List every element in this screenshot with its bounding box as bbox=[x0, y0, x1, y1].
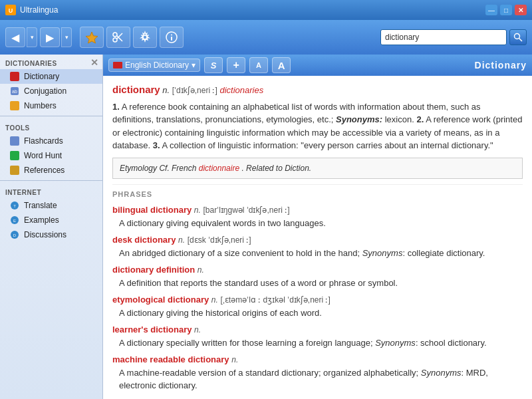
def-num-2: 2. bbox=[416, 114, 424, 124]
scissors-button[interactable] bbox=[106, 27, 130, 48]
forward-dropdown[interactable]: ▾ bbox=[61, 27, 72, 47]
sidebar-dict-label: Dictionary bbox=[24, 72, 59, 81]
sidebar-examples-label: Examples bbox=[24, 215, 59, 225]
svg-point-11 bbox=[515, 34, 520, 39]
phrase-word-etymological: etymological dictionary bbox=[112, 295, 209, 305]
sidebar-conj-label: Conjugation bbox=[24, 86, 66, 96]
maximize-button[interactable]: □ bbox=[500, 5, 512, 15]
divider-1 bbox=[0, 116, 102, 116]
dict-dropdown-arrow: ▾ bbox=[192, 61, 196, 70]
sidebar-references-label: References bbox=[24, 166, 65, 175]
phrase-pron-desk: [dɛsk ˈdɪkʃə,neri ː] bbox=[188, 235, 251, 245]
dictionary-content[interactable]: dictionary n. [ˈdɪkʃə,neri ː] dictionari… bbox=[103, 76, 532, 399]
spell-check-button[interactable]: S bbox=[204, 57, 223, 73]
translate-icon: T bbox=[9, 200, 20, 211]
sidebar-item-translate[interactable]: T Translate bbox=[0, 198, 102, 213]
add-button[interactable]: + bbox=[227, 57, 245, 73]
sidebar-item-conjugation[interactable]: ab Conjugation bbox=[0, 84, 102, 98]
phrase-def-machine: A machine-readable version of a standard… bbox=[119, 366, 523, 392]
sidebar-item-discussions[interactable]: D Discussions bbox=[0, 227, 102, 242]
sidebar-item-dictionary[interactable]: Dictionary bbox=[0, 69, 102, 84]
divider-2 bbox=[0, 180, 102, 181]
search-button[interactable] bbox=[509, 29, 527, 45]
svg-point-7 bbox=[143, 35, 147, 39]
examples-icon: E bbox=[9, 215, 20, 225]
phrase-pron-etymological: [ˌɛtəməˈlɑ ː dʒɪkəl ˈdɪkʃə,neri ː] bbox=[220, 295, 330, 305]
phrase-pos-learners: n. bbox=[194, 325, 201, 334]
phrase-definition: dictionary definition n. A definition th… bbox=[112, 263, 523, 289]
phrase-pos-etymological: n. bbox=[211, 295, 218, 305]
phrase-pos-machine: n. bbox=[231, 355, 238, 364]
wordhunt-icon bbox=[9, 150, 20, 161]
font-larger-button[interactable]: A bbox=[272, 57, 291, 73]
etymology-box: Etymology Cf. French dictionnaire . Rela… bbox=[112, 158, 523, 179]
titlebar: U Ultralingua — □ ✕ bbox=[0, 0, 532, 20]
nav-buttons: ◀ ▾ ▶ ▾ bbox=[5, 27, 72, 47]
etymology-word: dictionnaire bbox=[199, 164, 239, 173]
toolbar: ◀ ▾ ▶ ▾ bbox=[0, 20, 532, 55]
phrase-pos-bilingual: n. bbox=[194, 205, 201, 215]
titlebar-buttons: — □ ✕ bbox=[485, 5, 527, 15]
phrase-word-machine: machine readable dictionary bbox=[112, 354, 229, 364]
sidebar-item-flashcards[interactable]: Flashcards bbox=[0, 134, 102, 148]
main-entry: dictionary n. [ˈdɪkʃə,neri ː] dictionari… bbox=[112, 82, 523, 98]
def-num-3: 3. bbox=[153, 140, 160, 150]
sidebar: ✕ DICTIONARIES Dictionary ab Conjugation… bbox=[0, 55, 103, 399]
app-icon: U bbox=[5, 5, 16, 15]
phrase-word-desk: desk dictionary bbox=[112, 235, 176, 245]
search-input[interactable] bbox=[380, 29, 507, 45]
info-button[interactable] bbox=[160, 27, 184, 48]
etymology-label: Etymology bbox=[120, 164, 157, 173]
titlebar-left: U Ultralingua bbox=[5, 5, 58, 15]
phrase-desk: desk dictionary n. [dɛsk ˈdɪkʃə,neri ː] … bbox=[112, 233, 523, 259]
entry-headword: dictionary bbox=[112, 84, 160, 95]
svg-text:ab: ab bbox=[12, 89, 17, 94]
sidebar-close-button[interactable]: ✕ bbox=[89, 57, 100, 68]
settings-button[interactable] bbox=[133, 27, 157, 48]
entry-definitions: 1. A reference book containing an alphab… bbox=[112, 100, 523, 152]
search-area bbox=[380, 29, 527, 45]
sidebar-translate-label: Translate bbox=[24, 201, 57, 210]
font-smaller-button[interactable]: A bbox=[249, 57, 268, 73]
svg-text:U: U bbox=[9, 7, 13, 14]
back-dropdown[interactable]: ▾ bbox=[27, 27, 37, 47]
sidebar-numbers-label: Numbers bbox=[24, 101, 57, 110]
sidebar-flashcards-label: Flashcards bbox=[24, 136, 63, 146]
back-button[interactable]: ◀ bbox=[5, 27, 25, 47]
svg-text:D: D bbox=[13, 233, 17, 237]
numbers-icon bbox=[9, 100, 20, 111]
tool-buttons bbox=[80, 27, 184, 48]
close-button[interactable]: ✕ bbox=[515, 5, 527, 15]
dict-selector[interactable]: English Dictionary ▾ bbox=[108, 59, 200, 72]
entry-forms: dictionaries bbox=[219, 85, 263, 95]
sidebar-discussions-label: Discussions bbox=[24, 230, 66, 239]
sidebar-item-wordhunt[interactable]: Word Hunt bbox=[0, 148, 102, 163]
def-text-3: A collection of linguistic information: … bbox=[162, 140, 493, 150]
svg-point-9 bbox=[171, 35, 172, 36]
phrase-word-learners: learner's dictionary bbox=[112, 325, 192, 334]
phrase-word-bilingual: bilingual dictionary bbox=[112, 205, 192, 215]
bookmark-button[interactable] bbox=[80, 27, 104, 48]
app-title: Ultralingua bbox=[20, 5, 58, 15]
content-title: Dictionary bbox=[475, 60, 527, 70]
phrase-def-bilingual: A dictionary giving equivalent words in … bbox=[119, 217, 523, 230]
forward-button[interactable]: ▶ bbox=[40, 27, 60, 47]
minimize-button[interactable]: — bbox=[485, 5, 497, 15]
main-area: ✕ DICTIONARIES Dictionary ab Conjugation… bbox=[0, 55, 532, 399]
etymology-rest: . Related to Diction. bbox=[241, 164, 311, 173]
def-num-1: 1. bbox=[112, 102, 120, 112]
phrase-machine: machine readable dictionary n. A machine… bbox=[112, 353, 523, 392]
etymology-text: Cf. French bbox=[159, 164, 198, 173]
dict-icon bbox=[9, 71, 20, 82]
phrase-word-definition: dictionary definition bbox=[112, 265, 195, 275]
phrase-def-desk: An abridged dictionary of a size conveni… bbox=[119, 247, 523, 260]
sidebar-item-examples[interactable]: E Examples bbox=[0, 213, 102, 227]
section-tools-header: TOOLS bbox=[0, 119, 102, 134]
phrase-bilingual: bilingual dictionary n. [barˈlɪŋgwəl ˈdɪ… bbox=[112, 203, 523, 229]
content-area: English Dictionary ▾ S + A A Dictionary … bbox=[103, 55, 532, 399]
sidebar-item-numbers[interactable]: Numbers bbox=[0, 98, 102, 113]
sidebar-item-references[interactable]: References bbox=[0, 163, 102, 178]
svg-text:T: T bbox=[13, 204, 16, 208]
phrase-def-definition: A definition that reports the standard u… bbox=[119, 277, 523, 290]
section-internet-header: INTERNET bbox=[0, 184, 102, 198]
